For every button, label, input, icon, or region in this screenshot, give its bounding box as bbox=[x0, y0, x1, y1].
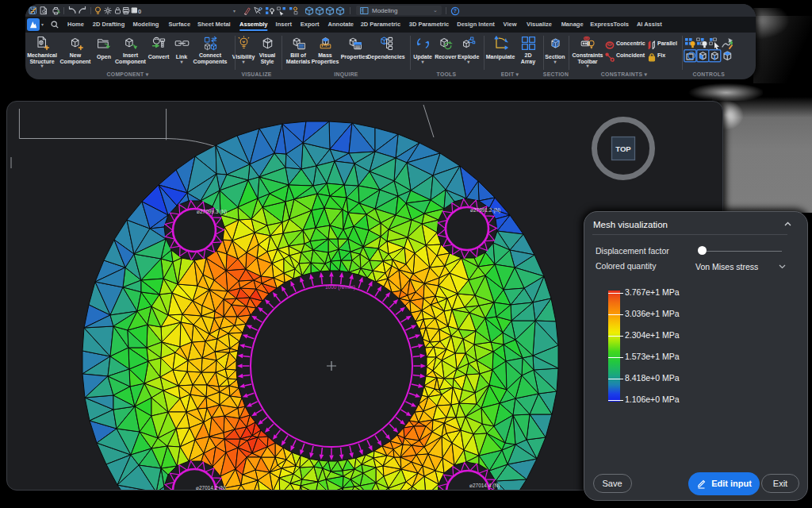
svg-text:⌀27014.2 (N): ⌀27014.2 (N) bbox=[196, 485, 226, 491]
svg-text:?: ? bbox=[454, 8, 457, 13]
svg-text:⌀27099.3 (N): ⌀27099.3 (N) bbox=[197, 209, 227, 215]
svg-text:⌀27991.2 (N): ⌀27991.2 (N) bbox=[470, 207, 500, 214]
svg-text:1000 (N/mm): 1000 (N/mm) bbox=[325, 284, 355, 291]
svg-text:⌀27014.4 (N): ⌀27014.4 (N) bbox=[469, 483, 500, 489]
svg-text:TOP: TOP bbox=[615, 144, 631, 153]
